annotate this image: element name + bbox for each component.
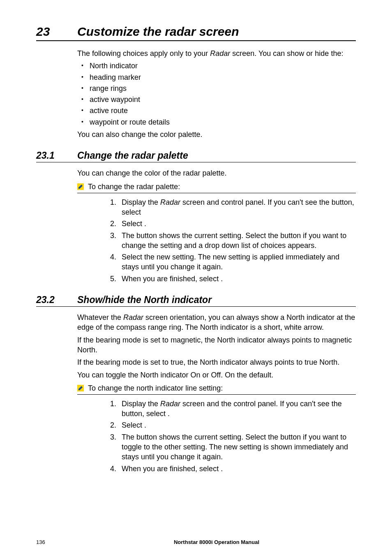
step-item: Display the Radar screen and the control… [118, 399, 356, 419]
pencil-icon [77, 385, 84, 391]
list-item: heading marker [77, 72, 356, 82]
s2-steps: Display the Radar screen and the control… [102, 399, 356, 474]
intro-block: The following choices apply only to your… [77, 49, 356, 139]
section-rule [36, 306, 356, 307]
section-number: 23.2 [36, 294, 77, 305]
s1-steps: Display the Radar screen and control pan… [102, 197, 356, 284]
step-item: The button shows the current setting. Se… [118, 432, 356, 462]
chapter-number: 23 [36, 25, 77, 39]
intro-lead-em: Radar [210, 49, 230, 58]
s2-procedure-label: To change the north indicator line setti… [88, 384, 223, 393]
page-number: 136 [36, 539, 77, 545]
step-item: The button shows the current setting. Se… [118, 231, 356, 251]
s2-body: Whatever the Radar screen orientation, y… [77, 312, 356, 380]
s2-p2: If the bearing mode is set to magnetic, … [77, 335, 356, 355]
s1-procedure-header: To change the radar palette: [77, 183, 356, 191]
chapter-rule [36, 40, 356, 41]
chapter-title: Customize the radar screen [77, 25, 239, 39]
section-heading-23-2: 23.2 Show/hide the North indicator [36, 294, 356, 305]
s2-p3: If the bearing mode is set to true, the … [77, 357, 356, 367]
list-item: North indicator [77, 61, 356, 71]
list-item: active route [77, 106, 356, 116]
step-item: When you are finished, select . [118, 274, 356, 284]
section-number: 23.1 [36, 150, 77, 161]
s2-p4: You can toggle the North indicator On or… [77, 370, 356, 380]
s2-p1-em: Radar [123, 313, 143, 322]
section-heading-23-1: 23.1 Change the radar palette [36, 150, 356, 161]
s1-step1-pre: Display the [122, 198, 160, 206]
s2-p1-pre: Whatever the [77, 313, 123, 322]
procedure-rule [77, 394, 356, 395]
procedure-rule [77, 193, 356, 193]
section-rule [36, 162, 356, 162]
intro-lead-pre: The following choices apply only to your [77, 49, 210, 58]
footer-title: Northstar 8000i Operation Manual [77, 539, 356, 545]
step-item: When you are finished, select . [118, 464, 356, 474]
s1-para: You can change the color of the radar pa… [77, 168, 356, 178]
step-item: Display the Radar screen and control pan… [118, 197, 356, 218]
section-title: Show/hide the North indicator [77, 294, 212, 305]
intro-bullets: North indicator heading marker range rin… [77, 61, 356, 127]
intro-tail: You can also change the color palette. [77, 130, 356, 139]
page-footer: 136 Northstar 8000i Operation Manual [36, 539, 356, 545]
s2-step1-em: Radar [160, 400, 180, 408]
step-item: Select the new setting. The new setting … [118, 252, 356, 272]
list-item: active waypoint [77, 95, 356, 104]
s2-procedure-header: To change the north indicator line setti… [77, 384, 356, 393]
s2-step1-pre: Display the [122, 400, 160, 408]
pencil-icon [77, 183, 84, 190]
list-item: waypoint or route details [77, 117, 356, 127]
step-item: Select . [118, 219, 356, 229]
intro-lead: The following choices apply only to your… [77, 49, 356, 58]
intro-lead-post: screen. You can show or hide the: [230, 49, 343, 58]
s2-p1: Whatever the Radar screen orientation, y… [77, 312, 356, 333]
section-title: Change the radar palette [77, 150, 188, 161]
s1-procedure-label: To change the radar palette: [88, 183, 180, 191]
page: 23 Customize the radar screen The follow… [0, 0, 392, 560]
s1-body: You can change the color of the radar pa… [77, 168, 356, 178]
chapter-heading: 23 Customize the radar screen [36, 25, 356, 39]
list-item: range rings [77, 83, 356, 93]
s1-step1-em: Radar [160, 198, 180, 206]
step-item: Select . [118, 420, 356, 430]
